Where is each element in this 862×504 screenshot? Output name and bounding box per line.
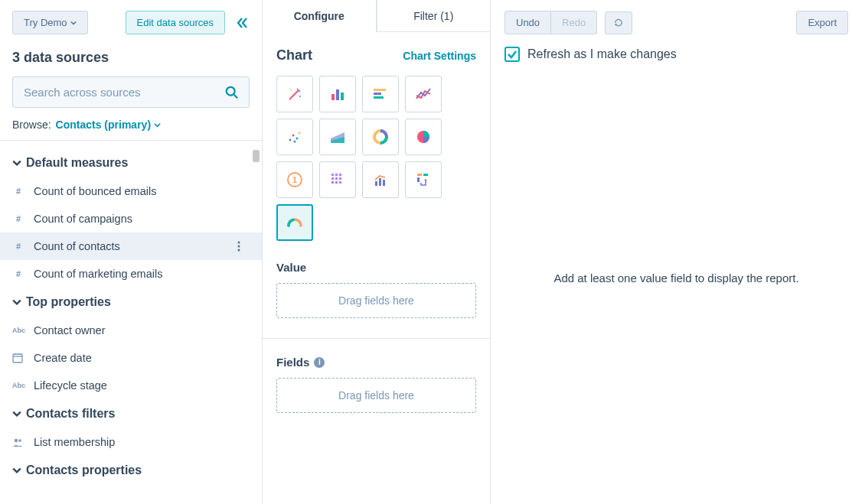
refresh-checkbox[interactable] bbox=[504, 47, 520, 62]
refresh-icon bbox=[613, 18, 624, 28]
chart-section-title: Chart bbox=[276, 47, 312, 63]
export-button[interactable]: Export bbox=[796, 11, 848, 34]
section-contacts-properties[interactable]: Contacts properties bbox=[0, 456, 262, 485]
field-item[interactable]: List membership bbox=[0, 428, 262, 456]
svg-rect-42 bbox=[423, 174, 428, 176]
fields-label: Fields bbox=[276, 356, 309, 369]
field-tree[interactable]: Default measures # Count of bounced emai… bbox=[0, 140, 262, 504]
value-label: Value bbox=[276, 261, 476, 274]
tab-filter[interactable]: Filter (1) bbox=[377, 0, 491, 32]
field-item[interactable]: Abc Lifecycle stage bbox=[0, 372, 262, 399]
svg-point-12 bbox=[299, 96, 301, 97]
svg-rect-40 bbox=[417, 174, 422, 176]
chevron-down-icon bbox=[154, 122, 161, 128]
tab-label: Filter (1) bbox=[413, 10, 453, 22]
field-item[interactable]: # Count of contacts bbox=[0, 232, 262, 260]
dropzone-hint: Drag fields here bbox=[338, 389, 414, 402]
section-contacts-filters[interactable]: Contacts filters bbox=[0, 399, 262, 428]
section-title: Contacts properties bbox=[26, 463, 142, 477]
collapse-panel-icon[interactable] bbox=[234, 15, 250, 31]
chart-type-combo[interactable] bbox=[362, 161, 399, 198]
refresh-button[interactable] bbox=[605, 11, 632, 34]
svg-rect-18 bbox=[374, 96, 384, 99]
field-item[interactable]: # Count of campaigns bbox=[0, 205, 262, 232]
svg-rect-38 bbox=[379, 178, 381, 186]
svg-point-19 bbox=[289, 139, 292, 141]
middle-panel: Configure Filter (1) Chart Chart Setting… bbox=[263, 0, 491, 504]
section-title: Top properties bbox=[26, 295, 111, 309]
field-label: Lifecycle stage bbox=[34, 379, 107, 392]
svg-rect-17 bbox=[374, 93, 381, 95]
field-label: Count of contacts bbox=[34, 240, 120, 252]
text-icon: Abc bbox=[12, 327, 24, 334]
chevron-down-icon bbox=[12, 409, 21, 418]
browse-dropdown[interactable]: Contacts (primary) bbox=[56, 119, 161, 131]
field-label: Count of marketing emails bbox=[34, 268, 162, 280]
section-default-measures[interactable]: Default measures bbox=[0, 148, 262, 177]
svg-point-9 bbox=[15, 439, 18, 442]
field-label: Create date bbox=[34, 352, 92, 364]
chart-type-area[interactable] bbox=[319, 119, 356, 155]
tab-configure[interactable]: Configure bbox=[263, 0, 377, 32]
browse-label: Browse: bbox=[12, 119, 51, 131]
chart-type-bar[interactable] bbox=[319, 76, 356, 112]
svg-line-1 bbox=[234, 94, 238, 98]
svg-rect-35 bbox=[335, 181, 338, 184]
chevron-down-icon bbox=[12, 298, 21, 307]
redo-button[interactable]: Redo bbox=[551, 11, 597, 34]
section-title: Contacts filters bbox=[26, 407, 115, 421]
fields-dropzone[interactable]: Drag fields here bbox=[276, 378, 476, 413]
divider bbox=[263, 338, 490, 339]
field-label: Contact owner bbox=[34, 324, 106, 337]
svg-rect-32 bbox=[335, 177, 338, 180]
export-label: Export bbox=[808, 17, 837, 28]
section-top-properties[interactable]: Top properties bbox=[0, 288, 262, 317]
field-label: Count of bounced emails bbox=[34, 185, 156, 197]
info-icon[interactable]: i bbox=[314, 357, 325, 368]
field-item[interactable]: # Count of bounced emails bbox=[0, 177, 262, 205]
chart-type-scatter[interactable] bbox=[276, 119, 313, 155]
svg-point-23 bbox=[294, 141, 296, 143]
svg-point-3 bbox=[238, 245, 240, 248]
chart-type-pie[interactable] bbox=[405, 119, 442, 155]
chart-type-kpi[interactable]: 1 bbox=[276, 161, 313, 198]
undo-button[interactable]: Undo bbox=[504, 11, 551, 34]
chart-type-line[interactable] bbox=[405, 76, 442, 112]
report-empty-state: Add at least one value field to display … bbox=[504, 62, 848, 493]
section-title: Default measures bbox=[26, 156, 128, 170]
chart-type-magic[interactable] bbox=[276, 76, 313, 112]
svg-rect-13 bbox=[331, 94, 335, 100]
svg-point-0 bbox=[227, 86, 235, 95]
edit-data-sources-label: Edit data sources bbox=[137, 17, 214, 28]
chart-type-gauge[interactable] bbox=[276, 204, 313, 241]
svg-point-11 bbox=[290, 89, 292, 90]
svg-rect-34 bbox=[331, 181, 334, 184]
chart-type-table[interactable] bbox=[319, 161, 356, 198]
svg-rect-14 bbox=[336, 89, 339, 100]
browse-value: Contacts (primary) bbox=[56, 119, 151, 131]
calendar-icon bbox=[12, 353, 24, 363]
more-icon[interactable] bbox=[237, 241, 250, 252]
svg-rect-37 bbox=[375, 181, 377, 186]
scrollbar-thumb[interactable] bbox=[253, 150, 260, 162]
left-panel: Try Demo Edit data sources 3 data source… bbox=[0, 0, 263, 504]
try-demo-button[interactable]: Try Demo bbox=[12, 11, 88, 34]
svg-rect-29 bbox=[335, 174, 338, 176]
value-dropzone[interactable]: Drag fields here bbox=[276, 283, 476, 318]
edit-data-sources-button[interactable]: Edit data sources bbox=[126, 11, 225, 34]
chart-settings-link[interactable]: Chart Settings bbox=[403, 50, 476, 62]
search-input[interactable] bbox=[12, 76, 250, 108]
field-item[interactable]: # Count of marketing emails bbox=[0, 260, 262, 288]
chart-type-hbar[interactable] bbox=[362, 76, 399, 112]
field-item[interactable]: Create date bbox=[0, 344, 262, 372]
svg-rect-30 bbox=[339, 174, 341, 176]
number-icon: # bbox=[12, 214, 24, 223]
search-icon[interactable] bbox=[225, 86, 239, 99]
config-tabs: Configure Filter (1) bbox=[263, 0, 490, 32]
chart-type-donut[interactable] bbox=[362, 119, 399, 155]
tab-label: Configure bbox=[294, 10, 344, 22]
field-item[interactable]: Abc Contact owner bbox=[0, 317, 262, 344]
redo-label: Redo bbox=[562, 17, 586, 28]
chart-type-pivot[interactable] bbox=[405, 161, 442, 198]
chevron-down-icon bbox=[70, 20, 77, 26]
